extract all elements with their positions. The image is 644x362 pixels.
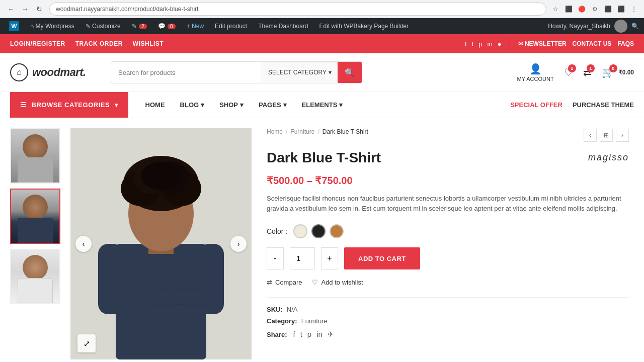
category-label: Category: <box>267 317 297 325</box>
share-twitter-icon[interactable]: t <box>300 330 302 339</box>
share-linkedin-icon[interactable]: in <box>316 330 323 339</box>
ext-icon-3[interactable]: ⚙ <box>590 4 600 14</box>
thumbnail-2[interactable] <box>10 189 60 244</box>
account-icon: 👤 <box>529 63 542 75</box>
wp-customize-item[interactable]: ✎ Customize <box>82 18 125 34</box>
compare-action[interactable]: ⇄ 1 <box>583 66 592 78</box>
wp-themedash-item[interactable]: Theme Dashboard <box>254 18 312 34</box>
nav-links: HOME BLOG ▾ SHOP ▾ PAGES ▾ ELEMENTS ▾ <box>128 92 360 118</box>
color-swatch-cream[interactable] <box>293 224 307 238</box>
ext-icon-1[interactable]: ⬛ <box>564 4 574 14</box>
track-order-link[interactable]: TRACK ORDER <box>75 40 123 47</box>
login-register-link[interactable]: LOGIN/REGISTER <box>10 40 65 47</box>
zoom-button[interactable]: ⤢ <box>77 334 96 352</box>
back-button[interactable]: ← <box>5 3 17 15</box>
sku-row: SKU: N/A <box>267 306 629 313</box>
newsletter-link[interactable]: ✉ NEWSLETTER <box>518 40 567 47</box>
wp-mywordpress-item[interactable]: ⌂ My Wordpress <box>26 18 78 34</box>
search-button[interactable]: 🔍 <box>338 62 362 83</box>
next-image-button[interactable]: › <box>230 236 247 252</box>
browser-nav-buttons[interactable]: ← → ↻ <box>5 3 45 15</box>
breadcrumb-furniture[interactable]: Furniture <box>290 128 314 135</box>
add-to-cart-button[interactable]: ADD TO CART <box>344 247 420 269</box>
ext-icon-5[interactable]: ⬛ <box>616 4 626 14</box>
hamburger-icon: ☰ <box>20 101 27 109</box>
wp-bubbles-label: 💬 <box>158 23 166 30</box>
prev-product-icon[interactable]: ‹ <box>584 129 597 142</box>
search-category-dropdown[interactable]: SELECT CATEGORY ▾ <box>262 62 338 83</box>
thumb3-head <box>23 255 48 280</box>
my-account-action[interactable]: 👤 MY ACCOUNT <box>517 63 554 82</box>
compare-badge: 1 <box>587 64 595 72</box>
special-offer-link[interactable]: SPECIAL OFFER <box>510 101 562 109</box>
facebook-icon[interactable]: f <box>465 40 467 48</box>
next-product-icon[interactable]: › <box>616 129 629 142</box>
refresh-button[interactable]: ↻ <box>33 3 45 15</box>
prev-image-button[interactable]: ‹ <box>75 236 92 252</box>
category-value: Furniture <box>301 317 328 325</box>
comments-badge: 2 <box>139 24 147 29</box>
address-bar[interactable]: woodmart.nayyarshaikh.com/product/dark-b… <box>49 3 546 16</box>
site-logo[interactable]: ⌂ woodmart. <box>10 63 101 81</box>
wp-admin-right: Howdy, Nayyar_Shaikh 🔍 <box>548 20 639 33</box>
nav-blog-arrow: ▾ <box>201 101 204 109</box>
breadcrumb-row: Home / Furniture / Dark Blue T-Shirt ‹ ⊞… <box>267 128 629 142</box>
menu-icon[interactable]: ⋮ <box>629 4 639 14</box>
wp-bubbles-item[interactable]: 💬 0 <box>154 18 180 34</box>
purchase-theme-link[interactable]: PURCHASE THEME <box>573 101 634 109</box>
wp-search-icon[interactable]: 🔍 <box>631 23 639 30</box>
pinterest-icon[interactable]: p <box>478 40 482 48</box>
compare-action[interactable]: ⇄ Compare <box>267 279 302 286</box>
nav-home[interactable]: HOME <box>138 92 172 118</box>
twitter-icon[interactable]: t <box>472 40 474 48</box>
cart-action[interactable]: 🛒 0 ₹0.00 <box>602 66 634 78</box>
share-facebook-icon[interactable]: f <box>293 330 295 339</box>
product-price: ₹500.00 – ₹750.00 <box>267 174 629 187</box>
color-swatch-tan[interactable] <box>330 224 344 238</box>
breadcrumb-home[interactable]: Home <box>267 128 283 135</box>
contact-us-link[interactable]: CONTACT US <box>573 40 612 47</box>
nav-shop[interactable]: SHOP ▾ <box>212 92 251 118</box>
brand-logo: magisso <box>588 149 629 163</box>
star-icon[interactable]: ☆ <box>550 4 560 14</box>
quantity-minus-button[interactable]: - <box>267 247 284 269</box>
wishlist-action[interactable]: ♡ Add to wishlist <box>312 279 363 286</box>
nav-blog[interactable]: BLOG ▾ <box>173 92 212 118</box>
topbar-divider <box>510 39 510 49</box>
share-telegram-icon[interactable]: ✈ <box>328 330 334 339</box>
forward-button[interactable]: → <box>19 3 31 15</box>
faqs-link[interactable]: FAQS <box>617 40 634 47</box>
share-row: Share: f t p in ✈ <box>267 330 629 339</box>
instagram-icon[interactable]: ● <box>498 40 502 48</box>
grid-view-icon[interactable]: ⊞ <box>600 129 613 142</box>
quantity-plus-button[interactable]: + <box>321 247 338 269</box>
chevron-down-icon: ▾ <box>329 69 332 76</box>
wp-editproduct-label: Edit product <box>215 23 247 30</box>
quantity-input[interactable] <box>290 247 315 269</box>
thumbnail-1[interactable] <box>10 128 60 184</box>
wp-editproduct-item[interactable]: Edit product <box>211 18 251 34</box>
wp-logo-item[interactable]: W <box>5 18 23 34</box>
wishlist-action[interactable]: ♡ 1 <box>564 66 573 78</box>
share-pinterest-icon[interactable]: p <box>307 330 311 339</box>
nav-elements[interactable]: ELEMENTS ▾ <box>295 92 350 118</box>
wp-new-item[interactable]: + New <box>183 18 208 34</box>
wp-comments-item[interactable]: ✎ 2 <box>128 18 151 34</box>
wishlist-link[interactable]: WISHLIST <box>133 40 164 47</box>
color-swatch-black[interactable] <box>311 224 326 238</box>
search-bar[interactable]: SELECT CATEGORY ▾ 🔍 <box>111 61 362 83</box>
browse-categories-label: BROWSE CATEGORIES <box>32 101 110 109</box>
nav-shop-label: SHOP <box>219 101 238 109</box>
nav-pages[interactable]: PAGES ▾ <box>252 92 294 118</box>
search-input[interactable] <box>111 69 262 76</box>
ext-icon-2[interactable]: 🔴 <box>577 4 587 14</box>
thumb3-body <box>18 278 53 303</box>
wp-wpbakery-item[interactable]: Edit with WPBakery Page Builder <box>315 18 413 34</box>
ext-icon-4[interactable]: ⬛ <box>603 4 613 14</box>
linkedin-icon[interactable]: in <box>488 40 493 48</box>
browse-categories-button[interactable]: ☰ BROWSE CATEGORIES ▾ <box>10 92 128 118</box>
thumbnail-3[interactable] <box>10 249 60 304</box>
plus-icon: + <box>327 254 332 263</box>
breadcrumb-sep-1: / <box>286 128 287 135</box>
nav-bar: ☰ BROWSE CATEGORIES ▾ HOME BLOG ▾ SHOP ▾… <box>0 92 644 118</box>
